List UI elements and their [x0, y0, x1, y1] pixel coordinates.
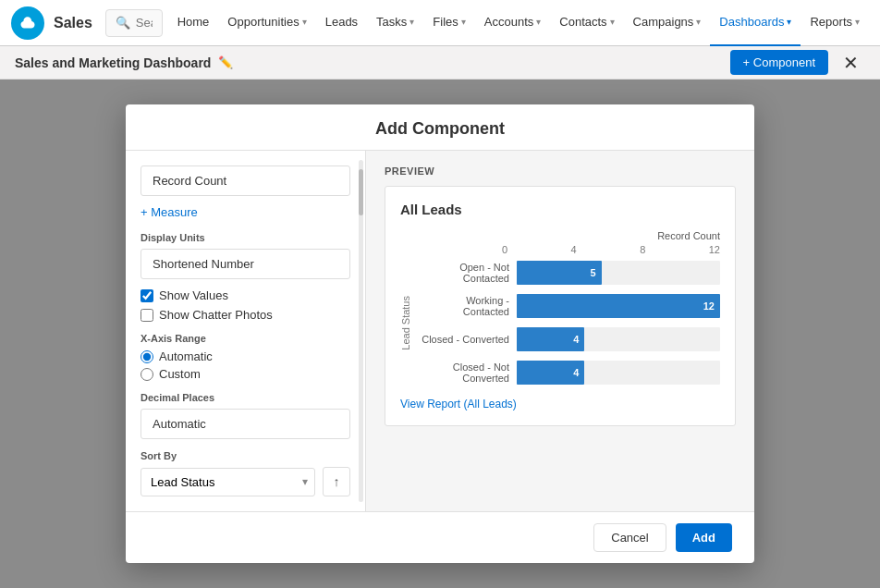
shortened-number-field[interactable]: Shortened Number	[141, 249, 350, 279]
scrollbar-track	[359, 160, 363, 502]
custom-radio[interactable]	[141, 368, 153, 381]
shortened-number-label: Shortened Number	[153, 257, 254, 271]
nav-item-accounts[interactable]: Accounts ▾	[475, 0, 550, 46]
cloud-icon	[18, 14, 37, 32]
search-input[interactable]	[136, 16, 153, 30]
sub-bar-right: + Component ✕	[730, 48, 865, 78]
modal-right-panel: Preview All Leads Record Count 0 4 8 12	[366, 151, 754, 511]
bar-track-2: 4	[517, 327, 720, 351]
decimal-places-field[interactable]: Automatic	[141, 409, 350, 439]
show-chatter-photos-checkbox-row[interactable]: Show Chatter Photos	[141, 308, 350, 322]
nav-item-files[interactable]: Files ▾	[423, 0, 474, 46]
view-report-link[interactable]: View Report (All Leads)	[400, 398, 720, 410]
bar-label-1: Working - Contacted	[417, 295, 509, 317]
chart-container: All Leads Record Count 0 4 8 12 Lead	[385, 186, 736, 426]
x-num-4: 4	[571, 244, 577, 255]
custom-label: Custom	[159, 367, 201, 381]
display-units-label: Display Units	[141, 232, 350, 243]
bar-track-3: 4	[517, 361, 720, 385]
chart-bars: Open - Not Contacted 5 Worki	[417, 261, 720, 385]
bar-track-1: 12	[517, 294, 720, 318]
x-axis-numbers: 0 4 8 12	[400, 244, 720, 255]
modal-body: Record Count + Measure Display Units Sho…	[126, 151, 754, 511]
add-component-button[interactable]: + Component	[730, 50, 828, 75]
add-button[interactable]: Add	[676, 523, 732, 552]
preview-label: Preview	[385, 165, 736, 177]
nav-item-dashboards[interactable]: Dashboards ▾	[710, 0, 801, 46]
bar-value-2: 4	[573, 334, 579, 345]
show-values-checkbox-row[interactable]: Show Values	[141, 288, 350, 302]
app-logo	[11, 6, 44, 40]
bar-row-3: Closed - Not Converted 4	[417, 361, 720, 385]
decimal-places-value: Automatic	[153, 417, 206, 431]
nav-item-contacts[interactable]: Contacts ▾	[550, 0, 623, 46]
bar-fill-1: 12	[517, 294, 720, 318]
bar-value-1: 12	[703, 300, 715, 312]
nav-item-campaigns[interactable]: Campaigns ▾	[624, 0, 711, 46]
x-axis-range-label: X-Axis Range	[141, 333, 350, 344]
search-bar[interactable]: 🔍	[105, 9, 163, 37]
sort-by-row: Lead Status ▾ ↑	[141, 467, 350, 496]
scrollbar-thumb[interactable]	[359, 169, 363, 215]
record-count-axis-label: Record Count	[400, 230, 720, 241]
cancel-button[interactable]: Cancel	[593, 523, 666, 552]
automatic-radio[interactable]	[141, 350, 153, 363]
sort-by-select-wrap: Lead Status ▾	[141, 468, 315, 496]
automatic-label: Automatic	[159, 349, 213, 363]
nav-item-opportunities[interactable]: Opportunities ▾	[218, 0, 315, 46]
nav-item-reports[interactable]: Reports ▾	[801, 0, 869, 46]
bar-row-1: Working - Contacted 12	[417, 294, 720, 318]
sub-bar-left: Sales and Marketing Dashboard ✏️	[15, 55, 233, 70]
measure-link[interactable]: + Measure	[141, 205, 350, 219]
sub-bar: Sales and Marketing Dashboard ✏️ + Compo…	[0, 46, 880, 80]
nav-item-leads[interactable]: Leads	[316, 0, 367, 46]
sort-by-select[interactable]: Lead Status	[141, 468, 315, 496]
show-chatter-photos-checkbox[interactable]	[141, 309, 153, 322]
bar-fill-2: 4	[517, 327, 584, 351]
edit-icon[interactable]: ✏️	[218, 55, 233, 69]
top-nav-bar: Sales 🔍 Home Opportunities ▾ Leads Tasks…	[0, 0, 880, 46]
modal-left-panel: Record Count + Measure Display Units Sho…	[126, 151, 366, 511]
chart-with-yaxis: Lead Status Open - Not Contacted 5	[400, 261, 720, 385]
close-button[interactable]: ✕	[836, 48, 865, 78]
search-icon: 🔍	[116, 16, 130, 30]
nav-item-tasks[interactable]: Tasks ▾	[367, 0, 423, 46]
bar-fill-3: 4	[517, 361, 584, 385]
bar-row-0: Open - Not Contacted 5	[417, 261, 720, 285]
modal-title: Add Component	[375, 119, 505, 138]
record-count-field[interactable]: Record Count	[141, 165, 350, 196]
record-count-label: Record Count	[153, 174, 226, 188]
show-values-checkbox[interactable]	[141, 289, 153, 302]
add-component-modal: Add Component Record Count + Measure Dis…	[126, 104, 754, 563]
sort-direction-button[interactable]: ↑	[323, 467, 350, 496]
nav-item-home[interactable]: Home	[168, 0, 219, 46]
x-num-0: 0	[502, 244, 507, 255]
decimal-places-label: Decimal Places	[141, 392, 350, 403]
bar-track-0: 5	[517, 261, 720, 285]
custom-radio-row[interactable]: Custom	[141, 367, 350, 381]
dashboard-title: Sales and Marketing Dashboard	[15, 55, 211, 70]
show-values-label: Show Values	[159, 288, 228, 302]
y-axis-title: Lead Status	[400, 296, 411, 350]
x-num-12: 12	[709, 244, 720, 255]
bar-fill-0: 5	[517, 261, 602, 285]
bar-label-0: Open - Not Contacted	[417, 262, 509, 284]
modal-header: Add Component	[126, 104, 754, 151]
bar-value-3: 4	[573, 367, 579, 378]
automatic-radio-row[interactable]: Automatic	[141, 349, 350, 363]
bar-row-2: Closed - Converted 4	[417, 327, 720, 351]
bar-label-3: Closed - Not Converted	[417, 361, 509, 384]
x-num-8: 8	[640, 244, 645, 255]
chart-title: All Leads	[400, 202, 720, 217]
background-content: Add Component Record Count + Measure Dis…	[0, 80, 880, 588]
bar-label-2: Closed - Converted	[417, 334, 509, 345]
top-nav: Home Opportunities ▾ Leads Tasks ▾ Files…	[168, 0, 869, 46]
modal-overlay: Add Component Record Count + Measure Dis…	[0, 80, 880, 588]
bar-value-0: 5	[591, 267, 596, 278]
app-name: Sales	[54, 15, 92, 31]
sort-by-label: Sort By	[141, 450, 350, 461]
show-chatter-photos-label: Show Chatter Photos	[159, 308, 273, 322]
modal-footer: Cancel Add	[126, 511, 754, 563]
